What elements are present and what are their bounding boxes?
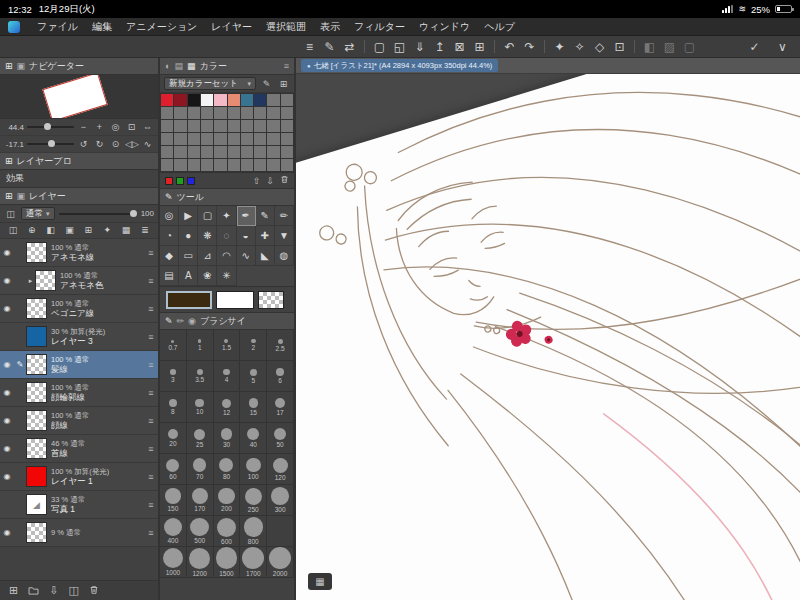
menu-item-3[interactable]: レイヤー [204, 20, 259, 34]
brush-size-600[interactable]: 600 [214, 516, 241, 547]
navigator-tab-icon[interactable]: ⊞ [5, 61, 13, 71]
color-swatch[interactable] [214, 107, 226, 119]
flip-horizontal-icon[interactable]: ◁▷ [125, 139, 138, 149]
color-swatch[interactable] [267, 120, 279, 132]
tool-curve[interactable]: ◠ [217, 246, 236, 266]
layer-row[interactable]: ◉100 % 通常顔線≡ [0, 407, 158, 435]
brush-size-250[interactable]: 250 [240, 485, 267, 516]
color-swatch[interactable] [241, 146, 253, 158]
canvas-page[interactable] [296, 74, 800, 600]
brush-size-empty[interactable] [267, 516, 294, 547]
layer-thumbnail[interactable] [26, 410, 47, 431]
layer-palette-tab2-icon[interactable]: ▣ [17, 191, 26, 201]
tool-gradient[interactable]: ▼ [275, 226, 294, 246]
color-swatch[interactable] [241, 94, 253, 106]
layer-handle-icon[interactable]: ≡ [145, 332, 157, 342]
color-swatch[interactable] [174, 94, 186, 106]
layer-row[interactable]: ◉100 % 通常アネモネ線≡ [0, 239, 158, 267]
color-swatch[interactable] [201, 133, 213, 145]
color-swatch[interactable] [281, 133, 293, 145]
brush-size-10[interactable]: 10 [187, 392, 214, 423]
color-swatch[interactable] [281, 94, 293, 106]
undo-icon[interactable]: ↶ [500, 37, 519, 57]
new-canvas-icon[interactable]: ▢ [370, 37, 389, 57]
layer-row[interactable]: ◉100 % 通常ベゴニア線≡ [0, 295, 158, 323]
brush-size-tab-icon[interactable]: ✎ [165, 316, 173, 326]
brush-size-2.5[interactable]: 2.5 [267, 330, 294, 361]
color-swatch[interactable] [267, 133, 279, 145]
menu-item-8[interactable]: ヘルプ [477, 20, 522, 34]
color-swatch[interactable] [281, 146, 293, 158]
quick-color[interactable] [176, 177, 184, 185]
tool-selection[interactable]: ▢ [198, 206, 217, 226]
brush-size-100[interactable]: 100 [240, 454, 267, 485]
color-swatch[interactable] [188, 120, 200, 132]
eye-icon[interactable]: ◉ [0, 528, 14, 537]
color-swatch[interactable] [174, 159, 186, 171]
color-swatch[interactable] [174, 133, 186, 145]
tool-shadow[interactable]: ◣ [256, 246, 275, 266]
color-swatch[interactable] [241, 133, 253, 145]
palette-dock-icon[interactable]: ◫ [6, 223, 20, 238]
brush-size-50[interactable]: 50 [267, 423, 294, 454]
layer-row[interactable]: ◉▸100 % 通常アネモネ色≡ [0, 267, 158, 295]
color-swatch[interactable] [161, 94, 173, 106]
brush-size-12[interactable]: 12 [214, 392, 241, 423]
brush-size-20[interactable]: 20 [160, 423, 187, 454]
layer-row[interactable]: ◢33 % 通常写真 1≡ [0, 491, 158, 519]
layer-thumbnail[interactable] [26, 242, 47, 263]
clip-studio-logo-icon[interactable] [8, 21, 20, 33]
color-swatch[interactable] [188, 107, 200, 119]
layer-property-tab-icon[interactable]: ⊞ [5, 156, 13, 166]
layer-handle-icon[interactable]: ≡ [145, 444, 157, 454]
folder-expander-icon[interactable]: ▸ [26, 277, 35, 285]
sub-color-swatch[interactable] [216, 291, 254, 309]
layer-handle-icon[interactable]: ≡ [145, 304, 157, 314]
tool-tab-icon[interactable]: ✎ [165, 192, 173, 202]
brush-size-25[interactable]: 25 [187, 423, 214, 454]
add-color-down-icon[interactable]: ⇩ [266, 176, 274, 186]
rotate-left-icon[interactable]: ↺ [77, 139, 90, 149]
layer-row[interactable]: ◉100 % 加算(発光)レイヤー 1≡ [0, 463, 158, 491]
brush-size-1500[interactable]: 1500 [214, 547, 241, 578]
tool-pattern[interactable]: ▤ [160, 266, 179, 286]
color-swatch[interactable] [241, 107, 253, 119]
brush-size-800[interactable]: 800 [240, 516, 267, 547]
color-wheel-tab-icon[interactable]: ◐ [165, 61, 170, 71]
blend-mode-dropdown[interactable]: 通常 ▾ [21, 207, 55, 220]
screenshot-icon[interactable]: ⊡ [610, 37, 629, 57]
brush-size-5[interactable]: 5 [240, 361, 267, 392]
brush-size-1000[interactable]: 1000 [160, 547, 187, 578]
tool-effect[interactable]: ✳ [217, 266, 236, 286]
tool-marker[interactable]: ✏ [275, 206, 294, 226]
color-swatch[interactable] [174, 107, 186, 119]
layer-handle-icon[interactable]: ≡ [145, 500, 157, 510]
layer-handle-icon[interactable]: ≡ [145, 360, 157, 370]
lock-transparent-icon[interactable]: ⊞ [81, 223, 95, 238]
tool-decoration[interactable]: ❋ [198, 226, 217, 246]
color-swatch[interactable] [201, 107, 213, 119]
transparent-color-swatch[interactable] [258, 291, 284, 309]
layer-opacity-slider[interactable] [59, 213, 137, 215]
color-swatch[interactable] [228, 107, 240, 119]
brush-size-17[interactable]: 17 [267, 392, 294, 423]
eye-icon[interactable]: ◉ [0, 276, 14, 285]
eye-icon[interactable]: ◉ [0, 248, 14, 257]
tool-swap-icon[interactable]: ⇄ [340, 37, 359, 57]
brush-size-3[interactable]: 3 [160, 361, 187, 392]
brush-size-300[interactable]: 300 [267, 485, 294, 516]
menu-item-7[interactable]: ウィンドウ [412, 20, 477, 34]
tool-operation[interactable]: ◎ [160, 206, 179, 226]
quick-color[interactable] [187, 177, 195, 185]
collapse-toolbar-icon[interactable]: ∨ [773, 37, 792, 57]
snap-grid-icon[interactable]: ◇ [590, 37, 609, 57]
brush-size-400[interactable]: 400 [160, 516, 187, 547]
brush-size-2[interactable]: 2 [240, 330, 267, 361]
open-file-icon[interactable]: ◱ [390, 37, 409, 57]
document-tab[interactable]: ● 七緒 [イラスト21]* (A4 2894 x 4093px 350dpi … [301, 59, 498, 72]
color-swatch[interactable] [267, 146, 279, 158]
add-color-icon[interactable]: ⊞ [277, 79, 290, 89]
layer-thumbnail[interactable] [26, 466, 47, 487]
color-swatch[interactable] [254, 133, 266, 145]
delete-layer-icon[interactable] [89, 585, 99, 597]
